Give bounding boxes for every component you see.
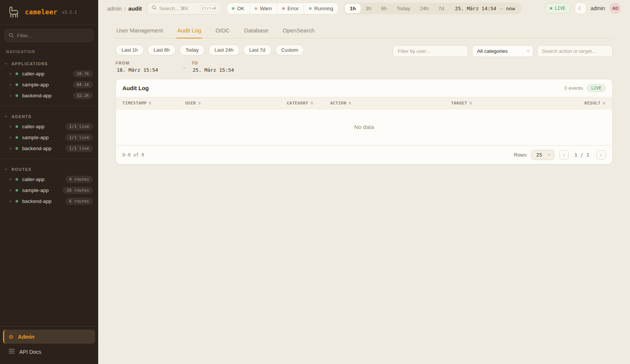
chip-last-6h[interactable]: Last 6h [148,45,176,55]
column-label: RESULT [584,101,601,106]
audit-log-card: Audit Log 0 events LIVE TIMESTAMP ⇅ USER… [116,79,613,164]
time-display[interactable]: 25. März 14:54 — now [449,6,520,11]
chevron-right-icon [9,72,12,75]
sidebar-item-caller-app[interactable]: caller-app 4 routes [0,174,98,185]
time-range-today[interactable]: Today [392,4,415,13]
events-count: 0 events [564,85,583,91]
tab-database[interactable]: Database [243,23,269,38]
tab-oidc[interactable]: OIDC [215,23,231,38]
status-filter-ok[interactable]: OK [227,3,250,14]
sidebar-item-admin[interactable]: ⚙ Admin [3,330,95,344]
page-indicator: 1 / 1 [574,152,589,158]
live-toggle[interactable]: LIVE [545,3,570,14]
status-dot [15,178,18,181]
admin-label: Admin [18,334,35,340]
filter-by-user-input[interactable] [393,45,468,57]
app-logo[interactable]: cameleer v3.2.1 [0,0,98,24]
sort-icon: ⇅ [310,101,313,105]
divider [0,24,98,25]
column-header-user[interactable]: USER ⇅ [185,101,287,106]
item-label: sample-app [22,187,63,193]
column-header-category[interactable]: CATEGORY ⇅ [287,101,330,106]
card-title: Audit Log [122,85,149,91]
global-search-input[interactable] [159,6,197,11]
status-dot [15,94,18,97]
item-label: caller-app [22,177,65,182]
section-header-routes[interactable]: ROUTES [0,164,98,174]
chevron-down-icon [5,167,8,170]
live-dot-icon [550,7,552,9]
breadcrumb-separator: / [124,6,126,12]
sidebar-item-sample-app[interactable]: sample-app 16 routes [0,185,98,196]
chip-last-1h[interactable]: Last 1h [116,45,144,55]
item-label: caller-app [22,124,65,129]
sidebar-item-backend-app[interactable]: backend-app 6 routes [0,196,98,207]
search-icon [151,5,157,12]
sidebar-item-caller-app[interactable]: caller-app 1/1 live [0,121,98,132]
section-header-agents[interactable]: AGENTS [0,111,98,121]
from-block[interactable]: FROM 18. März 15:54 [116,61,176,73]
chip-last-7d[interactable]: Last 7d [243,45,272,55]
breadcrumb-parent[interactable]: admin [107,6,122,12]
column-header-result[interactable]: RESULT ⇅ [572,101,606,106]
live-badge: LIVE [587,84,606,92]
avatar[interactable]: AD [610,3,621,14]
prev-page-button[interactable]: ‹ [559,150,569,160]
chevron-right-icon [9,125,12,128]
time-range-1h[interactable]: 1h [345,4,361,13]
tab-user-management[interactable]: User Management [116,23,164,38]
section-agents: AGENTS caller-app 1/1 live sample-app 1/… [0,109,98,155]
status-label: Warn [260,6,272,11]
live-label: LIVE [555,6,565,11]
column-header-target[interactable]: TARGET ⇅ [451,101,572,106]
status-filter-warn[interactable]: Warn [249,3,277,14]
date-range-row: FROM 18. März 15:54 → TO 25. März 15:54 [116,61,613,73]
sidebar-item-sample-app[interactable]: sample-app 1/1 live [0,132,98,143]
sort-icon: ⇅ [348,101,352,105]
column-header-action[interactable]: ACTION ⇅ [330,101,451,106]
section-header-applications[interactable]: APPLICATIONS [0,58,98,68]
item-label: sample-app [22,82,73,88]
rows-per-page-select[interactable]: 25 [531,150,554,160]
tab-opensearch[interactable]: OpenSearch [282,23,315,38]
column-header-timestamp[interactable]: TIMESTAMP ⇅ [122,101,185,106]
tab-bar: User Management Audit Log OIDC Database … [116,23,613,38]
item-badge: 1/1 live [65,134,93,141]
status-label: Running [314,6,333,11]
status-label: Error [287,6,299,11]
time-range-24h[interactable]: 24h [415,4,434,13]
status-dot [15,200,18,203]
category-select[interactable]: All categories [472,45,533,57]
tab-audit-log[interactable]: Audit Log [176,23,202,38]
to-block[interactable]: TO 25. März 15:54 [191,61,252,73]
sidebar-item-sample-app[interactable]: sample-app 84.1k [0,79,98,90]
item-badge: 6 routes [65,198,93,205]
chevron-down-icon [5,62,8,65]
sidebar-item-caller-app[interactable]: caller-app 10.7k [0,68,98,79]
column-label: TARGET [451,101,467,106]
gear-icon: ⚙ [9,334,14,339]
status-dot [15,72,18,75]
status-filter-error[interactable]: Error [277,3,304,14]
status-filter-running[interactable]: Running [304,3,338,14]
chip-custom[interactable]: Custom [275,45,304,55]
sidebar-filter-input[interactable] [5,29,94,42]
sidebar-item-api-docs[interactable]: API Docs [3,345,95,359]
time-range-7d[interactable]: 7d [434,4,449,13]
theme-toggle-button[interactable]: ☾ [575,3,586,14]
next-page-button[interactable]: › [596,150,606,160]
time-range-6h[interactable]: 6h [376,4,392,13]
chevron-right-icon [9,136,12,139]
global-search[interactable]: Ctrl+K [147,2,221,14]
sidebar-item-backend-app[interactable]: backend-app 1/1 live [0,143,98,154]
item-badge: 32.2k [73,92,93,99]
sort-icon: ⇅ [198,101,201,105]
search-action-input[interactable] [537,45,613,57]
running-dot-icon [309,7,312,10]
chip-today[interactable]: Today [179,45,205,55]
sidebar-item-backend-app[interactable]: backend-app 32.2k [0,90,98,101]
time-range-3h[interactable]: 3h [361,4,376,13]
error-dot-icon [282,7,285,10]
chip-last-24h[interactable]: Last 24h [208,45,239,55]
empty-state: No data [116,109,612,145]
